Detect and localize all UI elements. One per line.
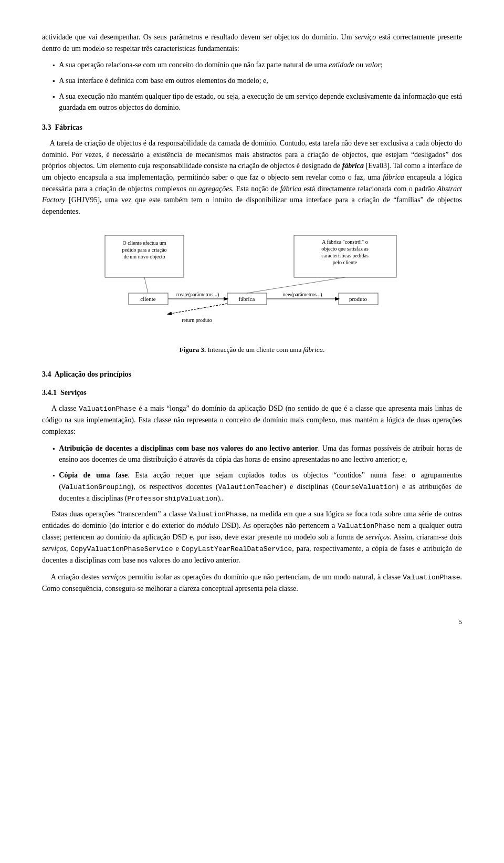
svg-text:pedido para a criação: pedido para a criação (122, 247, 166, 253)
section-3-4-1-para1: A classe ValuationPhase é a mais “longa”… (42, 403, 462, 438)
section-3-3-para1: A tarefa de criação de objectos é da res… (42, 138, 462, 217)
bullet-list-operations: Atribuição de docentes a disciplinas com… (52, 443, 462, 504)
svg-text:cliente: cliente (140, 296, 155, 302)
section-3-4-1-heading: 3.4.1 Serviços (42, 387, 462, 399)
section-3-4-1-para3: A criação destes serviços permitiu isola… (42, 571, 462, 595)
svg-text:pelo cliente: pelo cliente (333, 259, 358, 265)
figure-3-diagram: O cliente efectua um pedido para a criaç… (100, 230, 404, 340)
bullet-item-b: Cópia de uma fase. Esta acção requer que… (52, 470, 462, 504)
section-3-3-heading: 3.3 Fábricas (42, 122, 462, 133)
page: actividade que vai desempenhar. Os seus … (0, 0, 504, 642)
svg-text:fábrica: fábrica (239, 296, 255, 302)
svg-text:características pedidas: características pedidas (321, 253, 369, 258)
svg-line-19 (168, 304, 227, 314)
bullet-item-2-text: A sua interface é definida com base em o… (59, 75, 462, 87)
bullet-list-fundamentals: A sua operação relaciona-se com um conce… (52, 59, 462, 113)
svg-text:de um novo objecto: de um novo objecto (123, 254, 165, 259)
bullet-item-a-text: Atribuição de docentes a disciplinas com… (59, 443, 462, 465)
svg-text:A fábrica "constrói" o: A fábrica "constrói" o (322, 239, 368, 245)
svg-text:return produto: return produto (182, 317, 212, 323)
figure-3-caption: Figura 3. Interacção de um cliente com u… (180, 345, 325, 355)
svg-line-21 (144, 277, 148, 293)
svg-text:new(parâmetros...): new(parâmetros...) (282, 292, 322, 298)
bullet-item-1: A sua operação relaciona-se com um conce… (52, 59, 462, 71)
bullet-item-2: A sua interface é definida com base em o… (52, 75, 462, 87)
page-number: 5 (459, 618, 463, 626)
figure-3-container: O cliente efectua um pedido para a criaç… (42, 230, 462, 360)
bullet-item-3-text: A sua execução não mantém qualquer tipo … (59, 91, 462, 113)
section-3-4-heading: 3.4 Aplicação dos princípios (42, 369, 462, 380)
bullet-item-b-text: Cópia de uma fase. Esta acção requer que… (59, 470, 462, 504)
svg-text:objecto que satisfaz as: objecto que satisfaz as (321, 246, 369, 252)
svg-text:create(parâmetros...): create(parâmetros...) (176, 292, 219, 298)
svg-text:produto: produto (349, 296, 368, 302)
bullet-item-3: A sua execução não mantém qualquer tipo … (52, 91, 462, 113)
svg-text:O cliente efectua um: O cliente efectua um (122, 240, 166, 246)
svg-line-22 (247, 277, 345, 293)
intro-paragraph: actividade que vai desempenhar. Os seus … (42, 32, 462, 54)
bullet-item-a: Atribuição de docentes a disciplinas com… (52, 443, 462, 465)
section-3-4-1-para2: Estas duas operações “transcendem” a cla… (42, 508, 462, 566)
bullet-item-1-text: A sua operação relaciona-se com um conce… (59, 59, 462, 71)
